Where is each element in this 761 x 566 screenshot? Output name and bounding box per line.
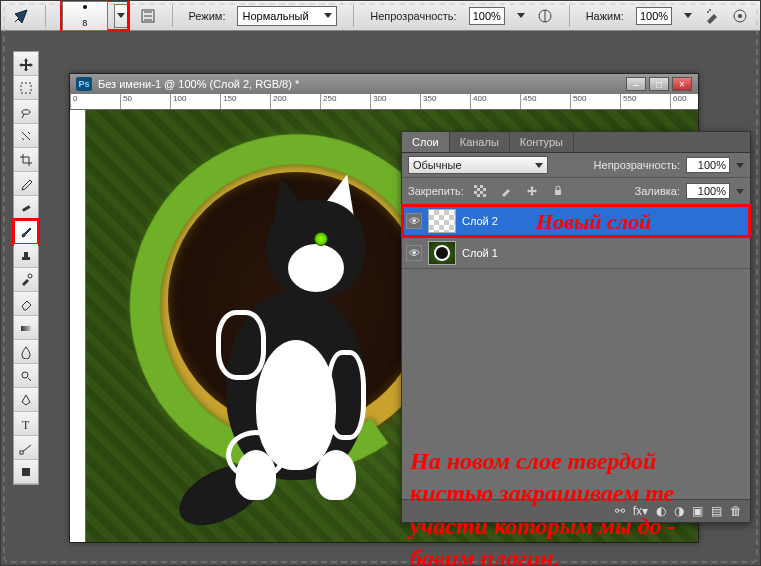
lock-all-icon[interactable]	[548, 181, 568, 201]
opacity-dropdown-icon[interactable]	[517, 13, 525, 18]
svg-rect-13	[22, 468, 30, 476]
svg-rect-12	[20, 451, 23, 454]
tab-channels[interactable]: Каналы	[450, 132, 510, 152]
layer-thumbnail[interactable]	[428, 241, 456, 265]
svg-rect-7	[22, 205, 30, 212]
layer-blend-mode-select[interactable]: Обычные	[408, 156, 548, 174]
layer-row-layer2[interactable]: 👁 Слой 2 Новый слой	[402, 205, 750, 237]
svg-point-8	[28, 274, 32, 278]
brush-preset-dropdown-icon[interactable]	[114, 4, 128, 28]
mode-label: Режим:	[189, 10, 226, 22]
blur-tool[interactable]	[14, 340, 38, 364]
tablet-size-icon[interactable]	[732, 6, 748, 26]
lasso-tool[interactable]	[14, 100, 38, 124]
layer-row-layer1[interactable]: 👁 Слой 1	[402, 237, 750, 269]
shape-tool[interactable]	[14, 460, 38, 484]
brush-size-value: 8	[82, 18, 87, 28]
brush-preset-picker[interactable]: 8	[62, 1, 128, 30]
svg-rect-14	[474, 185, 486, 197]
layer-name: Слой 2	[462, 215, 498, 227]
svg-rect-6	[21, 83, 31, 93]
document-titlebar[interactable]: Ps Без имени-1 @ 100% (Слой 2, RGB/8) * …	[70, 74, 698, 94]
panel-tabs: Слои Каналы Контуры	[402, 132, 750, 153]
blend-mode-select[interactable]: Нормальный	[237, 6, 337, 26]
brush-tool-icon	[13, 6, 29, 26]
maximize-button[interactable]: □	[649, 77, 669, 91]
tab-layers[interactable]: Слои	[402, 132, 450, 152]
layer-name: Слой 1	[462, 247, 498, 259]
vertical-ruler	[70, 110, 86, 542]
stamp-tool[interactable]	[14, 244, 38, 268]
visibility-toggle-icon[interactable]: 👁	[406, 245, 422, 261]
crop-tool[interactable]	[14, 148, 38, 172]
annotation-text: На новом слое твердой кистью закрашиваем…	[410, 445, 742, 566]
document-title: Без имени-1 @ 100% (Слой 2, RGB/8) *	[98, 78, 299, 90]
heal-tool[interactable]	[14, 196, 38, 220]
layer-list: 👁 Слой 2 Новый слой 👁 Слой 1 На новом сл…	[402, 205, 750, 499]
wand-tool[interactable]	[14, 124, 38, 148]
layer-opacity-label: Непрозрачность:	[594, 159, 680, 171]
tools-palette: T	[13, 51, 39, 485]
layer-thumbnail[interactable]	[428, 209, 456, 233]
dodge-tool[interactable]	[14, 364, 38, 388]
svg-point-3	[709, 9, 711, 11]
brush-panel-toggle-icon[interactable]	[140, 6, 156, 26]
lock-label: Закрепить:	[408, 185, 464, 197]
tab-paths[interactable]: Контуры	[510, 132, 574, 152]
application-window: 8 Режим: Нормальный Непрозрачность: 100%…	[0, 0, 761, 566]
pen-tool[interactable]	[14, 388, 38, 412]
move-tool[interactable]	[14, 52, 38, 76]
svg-point-2	[707, 11, 709, 13]
svg-point-10	[22, 372, 28, 378]
brush-tool[interactable]	[14, 220, 38, 244]
visibility-toggle-icon[interactable]: 👁	[406, 213, 422, 229]
history-brush-tool[interactable]	[14, 268, 38, 292]
gradient-tool[interactable]	[14, 316, 38, 340]
lock-pixels-icon[interactable]	[496, 181, 516, 201]
layer-opacity-dropdown-icon[interactable]	[736, 163, 744, 168]
airbrush-icon[interactable]	[704, 6, 720, 26]
layers-panel[interactable]: Слои Каналы Контуры Обычные Непрозрачнос…	[401, 131, 751, 523]
layer-opacity-input[interactable]: 100%	[686, 157, 730, 173]
options-bar: 8 Режим: Нормальный Непрозрачность: 100%…	[1, 1, 760, 31]
minimize-button[interactable]: –	[626, 77, 646, 91]
type-tool[interactable]: T	[14, 412, 38, 436]
close-button[interactable]: ×	[672, 77, 692, 91]
flow-input[interactable]: 100%	[636, 7, 672, 25]
lock-transparency-icon[interactable]	[470, 181, 490, 201]
flow-dropdown-icon[interactable]	[684, 13, 692, 18]
eraser-tool[interactable]	[14, 292, 38, 316]
lock-position-icon[interactable]	[522, 181, 542, 201]
path-tool[interactable]	[14, 436, 38, 460]
fill-dropdown-icon[interactable]	[736, 189, 744, 194]
fill-input[interactable]: 100%	[686, 183, 730, 199]
ps-icon: Ps	[76, 77, 92, 91]
eyedropper-tool[interactable]	[14, 172, 38, 196]
fill-label: Заливка:	[635, 185, 680, 197]
svg-rect-17	[555, 190, 561, 195]
svg-rect-9	[21, 326, 31, 331]
svg-point-5	[738, 14, 742, 18]
marquee-tool[interactable]	[14, 76, 38, 100]
tablet-opacity-icon[interactable]	[537, 6, 553, 26]
flow-label: Нажим:	[586, 10, 624, 22]
svg-text:T: T	[22, 418, 30, 431]
horizontal-ruler: 050100150200250300350400450500550600	[70, 94, 698, 110]
opacity-input[interactable]: 100%	[469, 7, 505, 25]
opacity-label: Непрозрачность:	[370, 10, 456, 22]
annotation-new-layer: Новый слой	[536, 209, 651, 235]
